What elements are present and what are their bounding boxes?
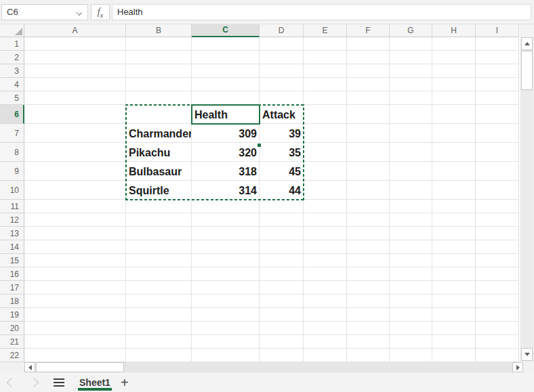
column-header-G[interactable]: G [390,24,432,37]
column-header-I[interactable]: I [476,24,519,37]
cell-A6[interactable] [24,105,126,124]
cell-B4[interactable] [126,78,192,91]
vertical-scrollbar[interactable] [520,24,534,362]
row-header-15[interactable]: 15 [0,254,24,267]
row-header-10[interactable]: 10 [0,181,24,200]
cell-E4[interactable] [304,78,347,91]
cell-C8[interactable]: 320 [192,143,260,162]
cell-E21[interactable] [304,335,347,349]
cell-F3[interactable] [347,64,390,78]
cell-A14[interactable] [24,240,126,254]
cell-E22[interactable] [304,349,347,362]
cell-D10[interactable]: 44 [260,181,304,200]
cell-C12[interactable] [192,213,260,227]
cell-D21[interactable] [260,335,304,349]
cell-A22[interactable] [24,349,126,362]
cell-I16[interactable] [476,267,519,281]
cell-I12[interactable] [476,213,519,227]
cell-B14[interactable] [126,240,192,254]
cell-E8[interactable] [304,143,347,162]
cell-D22[interactable] [260,349,304,362]
cell-B19[interactable] [126,308,192,322]
cell-F16[interactable] [347,267,390,281]
cell-F20[interactable] [347,322,390,335]
cell-D5[interactable] [260,91,304,105]
cell-H10[interactable] [432,181,476,200]
cell-I21[interactable] [476,335,519,349]
cell-I13[interactable] [476,227,519,240]
cell-G2[interactable] [390,51,432,64]
cell-F13[interactable] [347,227,390,240]
cell-C7[interactable]: 309 [192,124,260,143]
cell-F15[interactable] [347,254,390,267]
cell-B6[interactable] [126,105,192,124]
cell-E15[interactable] [304,254,347,267]
cell-B12[interactable] [126,213,192,227]
cell-A18[interactable] [24,295,126,308]
horizontal-scrollbar-thumb[interactable] [36,362,124,372]
cell-G11[interactable] [390,200,432,213]
cell-B7[interactable]: Charmander [126,124,192,143]
cell-B2[interactable] [126,51,192,64]
all-sheets-menu-icon[interactable] [54,378,64,387]
horizontal-scrollbar[interactable] [24,362,523,372]
cell-A4[interactable] [24,78,126,91]
cell-H1[interactable] [432,37,476,51]
cell-H8[interactable] [432,143,476,162]
cell-G9[interactable] [390,162,432,181]
cell-C19[interactable] [192,308,260,322]
cell-F21[interactable] [347,335,390,349]
cell-A16[interactable] [24,267,126,281]
cell-C14[interactable] [192,240,260,254]
row-header-3[interactable]: 3 [0,64,24,78]
cell-C3[interactable] [192,64,260,78]
cell-I8[interactable] [476,143,519,162]
row-header-17[interactable]: 17 [0,281,24,295]
column-header-C[interactable]: C [192,24,260,37]
row-header-22[interactable]: 22 [0,349,24,362]
sheet-tab-sheet1[interactable]: Sheet1 [78,373,112,392]
cell-D18[interactable] [260,295,304,308]
cell-A5[interactable] [24,91,126,105]
cell-C22[interactable] [192,349,260,362]
cell-G21[interactable] [390,335,432,349]
cell-I6[interactable] [476,105,519,124]
cell-I18[interactable] [476,295,519,308]
cell-A2[interactable] [24,51,126,64]
cell-B15[interactable] [126,254,192,267]
cell-D11[interactable] [260,200,304,213]
cell-A7[interactable] [24,124,126,143]
row-header-9[interactable]: 9 [0,162,24,181]
cell-G18[interactable] [390,295,432,308]
cell-E17[interactable] [304,281,347,295]
cell-F5[interactable] [347,91,390,105]
row-header-2[interactable]: 2 [0,51,24,64]
cell-H11[interactable] [432,200,476,213]
cell-D2[interactable] [260,51,304,64]
cell-C5[interactable] [192,91,260,105]
cell-B16[interactable] [126,267,192,281]
cell-F18[interactable] [347,295,390,308]
cell-G17[interactable] [390,281,432,295]
cell-G20[interactable] [390,322,432,335]
cell-A8[interactable] [24,143,126,162]
cell-H18[interactable] [432,295,476,308]
cell-C9[interactable]: 318 [192,162,260,181]
cell-G15[interactable] [390,254,432,267]
scroll-down-button[interactable] [521,348,533,361]
cell-H5[interactable] [432,91,476,105]
chevron-down-icon[interactable] [76,9,82,16]
cell-E1[interactable] [304,37,347,51]
cell-H13[interactable] [432,227,476,240]
cell-E14[interactable] [304,240,347,254]
cell-B13[interactable] [126,227,192,240]
cell-C13[interactable] [192,227,260,240]
cell-A19[interactable] [24,308,126,322]
cell-F12[interactable] [347,213,390,227]
cell-G13[interactable] [390,227,432,240]
row-header-20[interactable]: 20 [0,322,24,335]
column-header-F[interactable]: F [347,24,390,37]
cell-H22[interactable] [432,349,476,362]
cell-H14[interactable] [432,240,476,254]
cell-H12[interactable] [432,213,476,227]
